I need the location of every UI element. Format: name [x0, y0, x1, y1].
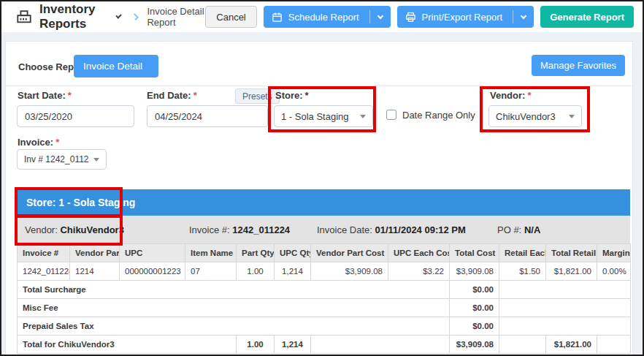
summary-total-cost: $0.00: [450, 281, 499, 299]
select-caret-icon: [360, 115, 366, 118]
cell-margin: 0.00%: [597, 262, 631, 281]
total-part-qty: 1.00: [237, 336, 275, 354]
schedule-dropdown-chevron-icon[interactable]: [377, 12, 383, 18]
inventory-reports-icon: [16, 9, 32, 25]
cell-upc-each-cost: $3.22: [388, 262, 450, 281]
invoice-info-bar: Vendor: ChikuVendor3 Invoice #: 1242_011…: [17, 216, 630, 243]
button-divider: [369, 10, 370, 23]
report-type-value: Invoice Detail: [83, 61, 142, 72]
invoice-label: Invoice:*: [18, 137, 59, 148]
total-label: Total for ChikuVendor3: [18, 336, 237, 354]
required-asterisk: *: [305, 90, 309, 101]
required-asterisk: *: [527, 90, 531, 101]
app-window: Inventory Reports Invoice Detail Report …: [0, 0, 644, 356]
col-margin: Margin: [597, 244, 631, 262]
select-caret-icon: [569, 115, 575, 118]
total-upc-qty: 1,214: [275, 336, 311, 354]
summary-row-misc-fee: Misc Fee $0.00: [18, 299, 631, 317]
invoice-select-value: Inv # 1242_011224 I...: [24, 154, 89, 164]
end-date-input[interactable]: [147, 105, 268, 127]
cell-vendor-part-cost: $3,909.08: [311, 262, 388, 281]
store-select[interactable]: 1 - Sola Staging: [274, 105, 373, 127]
store-select-value: 1 - Sola Staging: [281, 111, 356, 122]
printer-icon: [405, 12, 416, 23]
button-divider: [513, 10, 513, 23]
col-upc: UPC: [120, 244, 185, 262]
col-vendor-part-cost: Vendor Part Cost: [311, 244, 388, 262]
cancel-button[interactable]: Cancel: [205, 6, 256, 28]
summary-row-prepaid-sales-tax: Prepaid Sales Tax $0.00: [18, 317, 631, 336]
schedule-report-label: Schedule Report: [288, 12, 359, 23]
top-header: Inventory Reports Invoice Detail Report …: [1, 1, 643, 32]
section-divider: [6, 86, 632, 86]
store-header-text: Store: 1 - Sola Staging: [26, 197, 135, 208]
total-empty: [311, 336, 450, 354]
col-vendor-part: Vendor Part: [70, 244, 120, 262]
info-invoice-number: Invoice #: 1242_011224: [189, 224, 317, 235]
print-export-label: Print/Export Report: [422, 12, 503, 23]
invoice-detail-table: Invoice # Vendor Part UPC Item Name Part…: [17, 243, 631, 354]
cell-invoice: 1242_011224: [18, 262, 70, 281]
print-export-report-button[interactable]: Print/Export Report: [397, 6, 534, 28]
vendor-select-value: ChikuVendor3: [496, 111, 564, 122]
end-date-label: End Date:*: [147, 90, 197, 101]
calendar-icon: [272, 12, 283, 23]
breadcrumb-chevron-icon: [131, 13, 139, 20]
summary-label: Prepaid Sales Tax: [18, 317, 450, 336]
required-asterisk: *: [193, 90, 197, 101]
summary-label: Total Surcharge: [18, 281, 450, 299]
generate-report-button[interactable]: Generate Report: [540, 6, 634, 28]
summary-total-cost: $0.00: [450, 317, 499, 336]
col-part-qty: Part Qty: [237, 244, 275, 262]
summary-total-cost: $0.00: [450, 299, 499, 317]
summary-empty: [499, 299, 631, 317]
info-invoice-date: Invoice Date: 01/11/2024 09:12 PM: [317, 224, 497, 235]
summary-empty: [499, 317, 631, 336]
cell-total-retail: $1,821.00: [546, 262, 597, 281]
summary-empty: [499, 281, 631, 299]
report-panel: Choose Report Invoice Detail Manage Favo…: [5, 41, 633, 355]
cell-vendor-part: 1214: [70, 262, 120, 281]
store-header-bar: Store: 1 - Sola Staging: [17, 189, 630, 216]
schedule-report-button[interactable]: Schedule Report: [264, 6, 391, 28]
breadcrumb: Invoice Detail Report: [147, 6, 205, 28]
info-vendor: Vendor: ChikuVendor3: [17, 224, 189, 235]
select-caret-icon: [93, 158, 99, 162]
cell-item-name: 07: [185, 262, 237, 281]
total-empty: [499, 336, 546, 354]
invoice-select[interactable]: Inv # 1242_011224 I...: [17, 149, 107, 170]
cell-part-qty: 1.00: [237, 262, 275, 281]
date-range-only-checkbox[interactable]: [386, 110, 396, 120]
store-label: Store:*: [275, 90, 309, 101]
table-header-row: Invoice # Vendor Part UPC Item Name Part…: [18, 244, 631, 262]
date-range-only-label: Date Range Only: [402, 110, 475, 121]
col-total-cost: Total Cost: [450, 244, 499, 262]
start-date-input[interactable]: [17, 105, 134, 127]
cell-total-cost: $3,909.08: [450, 262, 499, 281]
report-type-dropdown[interactable]: Invoice Detail: [74, 55, 158, 77]
header-actions: Cancel Schedule Report: [205, 6, 634, 28]
total-total-retail: $1,821.00: [546, 336, 597, 354]
summary-row-total-surcharge: Total Surcharge $0.00: [18, 281, 631, 299]
manage-favorites-button[interactable]: Manage Favorites: [532, 55, 625, 76]
total-total-cost: $3,909.08: [450, 336, 499, 354]
info-po-number: PO #: N/A: [497, 224, 540, 235]
col-total-retail: Total Retail: [546, 244, 597, 262]
start-date-label: Start Date:*: [18, 90, 72, 101]
required-asterisk: *: [55, 137, 59, 148]
presets-button[interactable]: Presets: [235, 88, 280, 104]
print-export-dropdown-chevron-icon[interactable]: [521, 12, 526, 18]
summary-label: Misc Fee: [18, 299, 450, 317]
title-chevron-down-icon[interactable]: [116, 12, 123, 19]
col-upc-qty: UPC Qty: [275, 244, 311, 262]
cell-upc-qty: 1,214: [275, 262, 311, 281]
cell-retail-each: $1.50: [499, 262, 546, 281]
report-output: Store: 1 - Sola Staging Vendor: ChikuVen…: [17, 189, 630, 354]
total-row: Total for ChikuVendor3 1.00 1,214 $3,909…: [18, 336, 631, 354]
vendor-select[interactable]: ChikuVendor3: [488, 105, 582, 127]
col-upc-each-cost: UPC Each Cost: [388, 244, 450, 262]
total-empty: [597, 336, 631, 354]
required-asterisk: *: [68, 90, 72, 101]
table-row: 1242_011224 1214 000000001223 07 1.00 1,…: [18, 262, 631, 281]
col-retail-each: Retail Each: [499, 244, 546, 262]
